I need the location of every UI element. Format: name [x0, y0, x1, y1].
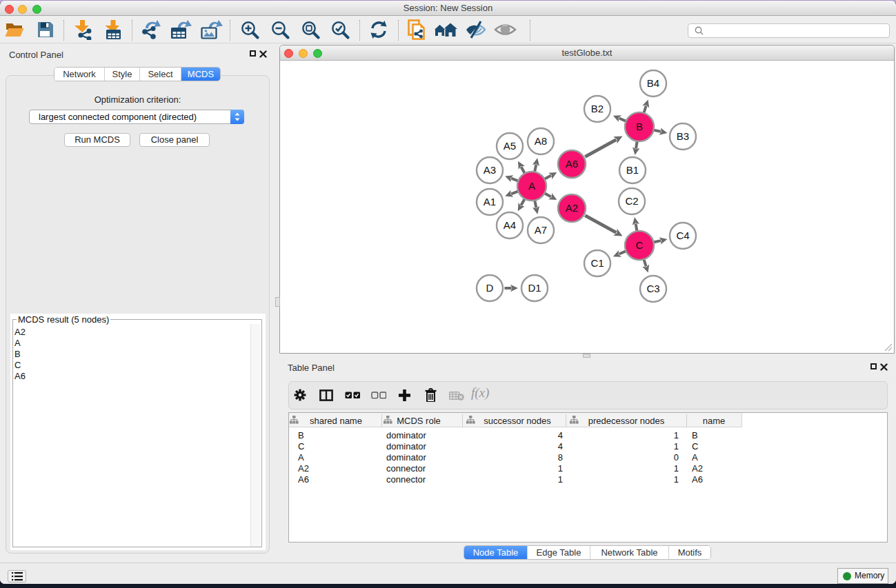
svg-text:A1: A1 [484, 196, 496, 207]
svg-text:A3: A3 [484, 164, 496, 176]
svg-text:C3: C3 [646, 283, 659, 294]
svg-text:A4: A4 [504, 219, 516, 231]
svg-text:A5: A5 [504, 140, 516, 152]
svg-text:A2: A2 [566, 202, 578, 214]
svg-text:B2: B2 [591, 103, 604, 114]
svg-text:A: A [528, 180, 535, 192]
svg-text:C1: C1 [590, 257, 604, 269]
svg-text:B3: B3 [677, 130, 689, 142]
svg-text:A6: A6 [566, 158, 578, 170]
svg-text:B1: B1 [626, 164, 639, 176]
svg-text:C: C [636, 239, 644, 251]
svg-text:B4: B4 [647, 77, 659, 89]
svg-text:C2: C2 [625, 195, 638, 207]
svg-text:A7: A7 [535, 224, 547, 236]
svg-text:C4: C4 [676, 230, 689, 241]
svg-text:D: D [486, 282, 494, 294]
svg-text:D1: D1 [528, 282, 541, 294]
svg-text:B: B [636, 121, 643, 132]
svg-text:A8: A8 [535, 135, 547, 147]
